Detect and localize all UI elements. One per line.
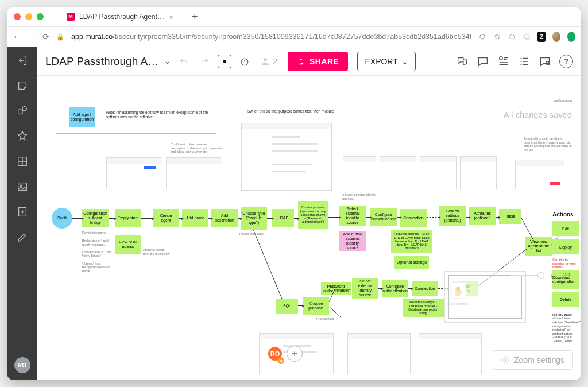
sticky-optional-settings[interactable]: Optional settings	[394, 256, 429, 269]
export-button[interactable]: EXPORT ⌄	[357, 52, 415, 71]
browser-tab[interactable]: M LDAP Passthrough Agent user fl ×	[60, 9, 180, 25]
import-icon[interactable]	[16, 206, 29, 218]
exit-icon[interactable]	[16, 54, 29, 67]
zoom-percent[interactable]: 29	[559, 270, 574, 281]
sticky-choose-purpose-note[interactable]: Choose purpose (right now the only optio…	[298, 201, 328, 229]
action-edit[interactable]: Edit	[552, 221, 579, 236]
window-minimize[interactable]	[25, 13, 32, 20]
sticky-scott[interactable]: Scott	[52, 208, 72, 229]
undo-icon[interactable]	[176, 54, 191, 69]
window-close[interactable]	[14, 13, 21, 20]
extension-z-icon[interactable]: Z	[537, 32, 546, 42]
find-icon[interactable]	[539, 55, 551, 68]
screenshot-thumb[interactable]	[347, 333, 411, 374]
sticky-view-all-agents[interactable]: View of all agents	[115, 235, 141, 254]
frameworks-icon[interactable]	[16, 155, 29, 168]
sticky-connection2[interactable]: Connection	[412, 281, 438, 296]
sticky-config-bridge[interactable]: Configuration > Agent bridge	[82, 209, 109, 227]
zoom-slider[interactable]: − + 29	[501, 270, 574, 281]
timer-icon[interactable]	[237, 54, 252, 69]
sticky-required-ldap[interactable]: Required settings: - URI / URL of LDAP h…	[391, 230, 432, 253]
window-maximize[interactable]	[37, 13, 44, 20]
star-rail-icon[interactable]	[16, 130, 29, 142]
chat-icon[interactable]	[477, 55, 489, 68]
redo-icon[interactable]	[197, 54, 212, 69]
sticky-search-settings[interactable]: Search settings (optional)	[439, 206, 466, 226]
url-path: /t/securityirproom3350/m/securityirproom…	[113, 33, 471, 41]
mural-title[interactable]: LDAP Passthrough A…	[45, 55, 158, 68]
star-icon[interactable]	[493, 32, 501, 42]
share-label: SHARE	[310, 57, 339, 66]
screenshot-thumb[interactable]	[380, 156, 416, 189]
nav-forward-icon[interactable]: →	[28, 32, 36, 41]
activity-icon[interactable]	[497, 55, 510, 68]
screenshot-thumb[interactable]	[460, 156, 497, 189]
text-download-binary: Eventually should be able to download bi…	[524, 137, 575, 152]
extension-dot-icon[interactable]	[567, 32, 575, 42]
screenshot-thumb[interactable]	[241, 123, 332, 191]
canvas[interactable]: All changes saved configuration Eventual…	[37, 76, 581, 380]
nav-back-icon[interactable]: ←	[13, 32, 21, 41]
sticky-select-ext-id[interactable]: Select external identity source	[339, 206, 366, 226]
sticky-choose-purpose[interactable]: Choose purpose	[303, 297, 329, 315]
profile-avatar-icon[interactable]	[552, 32, 560, 42]
sticky-finish[interactable]: Finish	[499, 209, 521, 224]
zoom-in-icon[interactable]: +	[549, 271, 554, 280]
arrow-line	[521, 216, 555, 245]
lock-icon[interactable]: 🔒	[56, 33, 64, 41]
screenshot-thumb[interactable]	[166, 157, 221, 189]
sticky-add-new-ext-id[interactable]: Add a new external identity source	[339, 231, 366, 251]
sticky-choose-type[interactable]: Choose type ("module type")	[241, 207, 267, 230]
screenshot-thumb[interactable]	[419, 333, 482, 374]
title-chevron-icon[interactable]: ⌄	[164, 57, 171, 65]
new-tab-button[interactable]: +	[192, 11, 198, 23]
add-collab-icon[interactable]: +	[287, 346, 303, 362]
action-delete[interactable]: Delete	[552, 292, 579, 307]
sticky-configure-auth2[interactable]: Configure authentication	[382, 280, 408, 297]
help-button[interactable]: ?	[559, 55, 573, 68]
screenshot-thumb[interactable]	[343, 156, 376, 189]
nav-reload-icon[interactable]: ⟳	[42, 32, 49, 41]
sticky-add-desc[interactable]: Add description	[211, 209, 238, 227]
sticky-select-ext-id2[interactable]: Select external identity source	[352, 278, 378, 299]
sticky-empty-state[interactable]: Empty state	[115, 209, 141, 227]
draw-icon[interactable]	[16, 231, 29, 243]
sticky-required-sql[interactable]: Required settings: - Database provider -…	[403, 299, 444, 317]
mural-toolbar: LDAP Passthrough A… ⌄ 2 SHARE EXPORT ⌄	[37, 47, 581, 76]
screenshot-thumb[interactable]	[420, 156, 457, 189]
share-button[interactable]: SHARE	[288, 52, 349, 71]
sticky-connection[interactable]: Connection	[400, 209, 427, 227]
outline-icon[interactable]	[518, 55, 531, 68]
zoom-out-icon[interactable]: −	[501, 271, 505, 280]
zoom-settings-button[interactable]: Zoom settings	[492, 350, 573, 370]
sticky-attributes[interactable]: Attributes (optional)	[469, 207, 496, 225]
screenshot-thumb[interactable]	[106, 157, 161, 189]
divider	[56, 133, 216, 134]
sticky-add-name[interactable]: Add name	[182, 209, 208, 227]
action-deploy[interactable]: Deploy	[552, 239, 579, 254]
sticky-sql[interactable]: SQL	[276, 299, 298, 314]
reader-icon[interactable]	[478, 32, 486, 42]
tab-close-icon[interactable]: ×	[169, 13, 173, 21]
sticky-create-agent[interactable]: Create agent	[153, 209, 179, 227]
collaborators[interactable]: 2	[260, 56, 277, 67]
url-field[interactable]: app.mural.co/t/securityirproom3350/m/sec…	[71, 33, 471, 41]
image-icon[interactable]	[16, 180, 29, 193]
extension-app-icon[interactable]	[523, 32, 531, 42]
text-only-external: Is it only external identity sources?	[342, 193, 388, 200]
history-header: History data t	[552, 313, 581, 317]
sticky-add-agent-config[interactable]: Add agent configuration	[69, 107, 95, 127]
sticky-configure-auth[interactable]: Configure authentication	[370, 208, 397, 226]
collab-count: 2	[273, 57, 277, 66]
url-bar: ← → ⟳ 🔒 app.mural.co/t/securityirproom33…	[7, 26, 581, 47]
user-avatar[interactable]: RO	[14, 357, 30, 373]
zoom-settings-label: Zoom settings	[514, 355, 564, 365]
shapes-icon[interactable]	[16, 105, 29, 117]
arrow-line	[329, 307, 343, 319]
sticky-note-icon[interactable]	[16, 79, 29, 92]
record-icon[interactable]	[218, 55, 231, 68]
extension-cloud-icon[interactable]	[508, 32, 516, 42]
screenshot-thumb[interactable]	[515, 160, 564, 189]
sticky-ldap[interactable]: LDAP	[272, 209, 294, 227]
comments-icon[interactable]	[456, 55, 469, 68]
